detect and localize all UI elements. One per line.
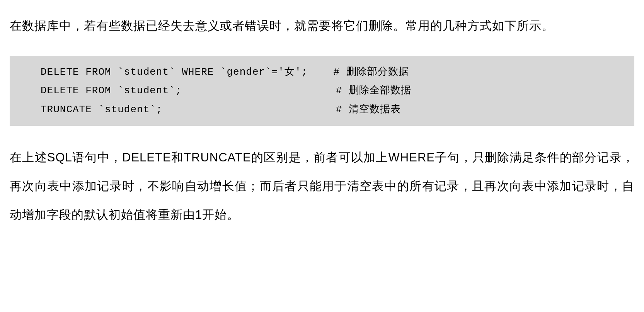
code-line: TRUNCATE `student`; # 清空数据表	[41, 100, 611, 119]
code-block: DELETE FROM `student` WHERE `gender`='女'…	[10, 56, 634, 125]
code-comment: # 删除部分数据	[334, 63, 409, 81]
outro-paragraph: 在上述SQL语句中，DELETE和TRUNCATE的区别是，前者可以加上WHER…	[10, 143, 634, 230]
code-line: DELETE FROM `student`; # 删除全部数据	[41, 81, 611, 100]
code-line: DELETE FROM `student` WHERE `gender`='女'…	[41, 63, 611, 81]
code-comment: # 清空数据表	[336, 100, 401, 119]
code-command: DELETE FROM `student` WHERE `gender`='女'…	[41, 63, 334, 81]
code-comment: # 删除全部数据	[336, 81, 411, 100]
code-command: DELETE FROM `student`;	[41, 81, 336, 100]
intro-paragraph: 在数据库中，若有些数据已经失去意义或者错误时，就需要将它们删除。常用的几种方式如…	[10, 12, 634, 40]
code-command: TRUNCATE `student`;	[41, 100, 336, 119]
